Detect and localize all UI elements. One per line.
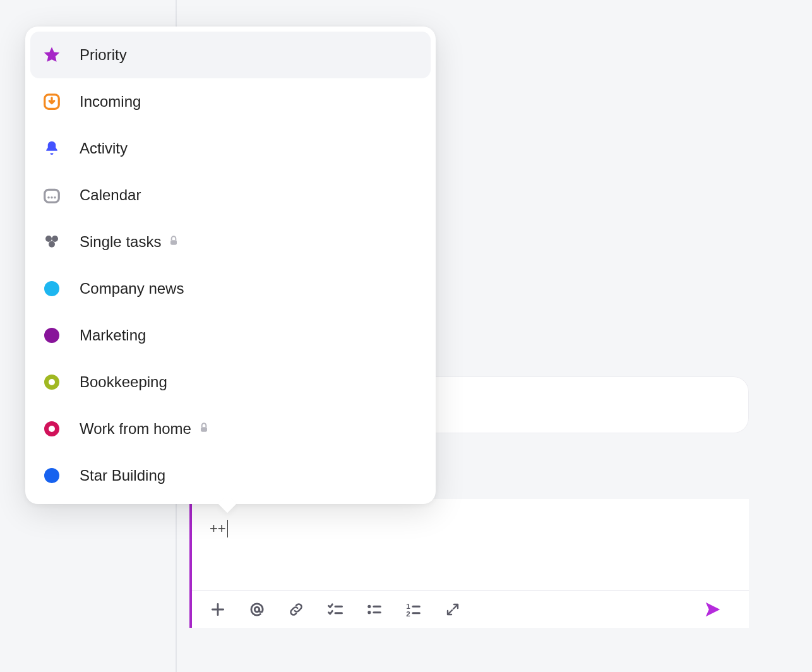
menu-item-work-home[interactable]: Work from home (30, 405, 431, 452)
menu-item-incoming[interactable]: Incoming (30, 78, 431, 125)
numbered-list-icon: 1 2 (405, 601, 422, 618)
link-icon (288, 601, 304, 618)
text-cursor (227, 520, 228, 537)
dot-icon (40, 277, 63, 300)
menu-item-label: Activity (80, 140, 128, 157)
menu-item-bookkeeping[interactable]: Bookkeeping (30, 359, 431, 405)
svg-point-1 (367, 604, 371, 608)
checklist-button[interactable] (321, 595, 350, 624)
svg-point-2 (367, 611, 371, 614)
menu-item-label: Incoming (80, 93, 141, 111)
bell-icon (40, 137, 63, 160)
category-menu: PriorityIncomingActivityCalendarSingle t… (25, 27, 436, 504)
cluster-icon (40, 231, 63, 253)
plus-icon (210, 601, 226, 618)
compose-input[interactable]: ++ (192, 499, 749, 543)
attach-button[interactable] (282, 595, 311, 624)
menu-item-label: Work from home (80, 420, 191, 438)
dot-icon (40, 324, 63, 347)
numbered-list-button[interactable]: 1 2 (399, 595, 428, 624)
bullet-list-icon (366, 601, 383, 618)
menu-item-calendar[interactable]: Calendar (30, 172, 431, 219)
inbox-icon (40, 90, 63, 113)
menu-item-label: Company news (80, 280, 184, 297)
star-icon (40, 44, 63, 66)
menu-item-label: Priority (80, 46, 127, 64)
menu-item-marketing[interactable]: Marketing (30, 312, 431, 359)
menu-item-single-tasks[interactable]: Single tasks (30, 219, 431, 265)
menu-item-star-building[interactable]: Star Building (30, 452, 431, 499)
add-button[interactable] (203, 595, 232, 624)
menu-item-company-news[interactable]: Company news (30, 265, 431, 312)
at-icon (248, 601, 266, 618)
mention-button[interactable] (242, 595, 272, 624)
lock-icon (167, 233, 180, 251)
checklist-icon (326, 601, 344, 618)
send-icon (703, 600, 722, 619)
dot-icon (40, 464, 63, 487)
menu-item-label: Marketing (80, 327, 146, 344)
ring-icon (40, 371, 63, 393)
svg-text:2: 2 (406, 609, 410, 617)
menu-item-activity[interactable]: Activity (30, 125, 431, 172)
compose-input-text: ++ (210, 520, 226, 537)
menu-item-label: Calendar (80, 186, 141, 204)
expand-icon (445, 602, 460, 617)
menu-item-label: Star Building (80, 467, 165, 484)
compose-area[interactable]: ++ (189, 499, 749, 628)
send-button[interactable] (698, 595, 727, 624)
ring-icon (40, 417, 63, 440)
menu-item-label: Single tasks (80, 233, 161, 251)
expand-button[interactable] (438, 595, 467, 624)
compose-toolbar: 1 2 (192, 590, 749, 628)
menu-item-priority[interactable]: Priority (30, 32, 431, 78)
lock-icon (198, 420, 210, 438)
bullet-list-button[interactable] (360, 595, 389, 624)
menu-item-label: Bookkeeping (80, 373, 167, 391)
calendar-icon (40, 184, 63, 207)
